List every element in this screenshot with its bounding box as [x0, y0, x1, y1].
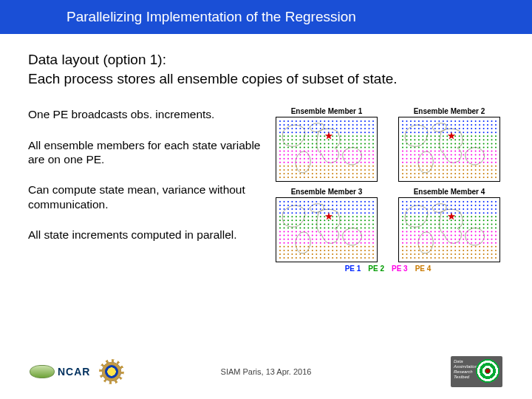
svg-point-458: [495, 128, 497, 129]
svg-point-506: [495, 136, 497, 137]
svg-point-323: [320, 169, 321, 171]
svg-point-338: [284, 173, 285, 174]
svg-point-952: [324, 228, 325, 229]
svg-point-378: [348, 177, 349, 178]
svg-point-551: [483, 143, 485, 145]
svg-point-530: [495, 140, 497, 141]
svg-point-972: [307, 231, 309, 233]
svg-point-82: [316, 132, 317, 133]
svg-point-451: [467, 128, 468, 129]
svg-point-110: [332, 136, 333, 137]
svg-point-44: [356, 124, 358, 126]
svg-point-312: [372, 166, 374, 167]
svg-point-236: [356, 154, 358, 156]
svg-point-185: [344, 147, 346, 149]
svg-point-1069: [312, 246, 313, 248]
svg-point-1189: [426, 205, 428, 206]
svg-point-200: [307, 151, 309, 152]
svg-point-421: [443, 124, 444, 126]
svg-point-1200: [471, 205, 472, 206]
svg-point-106: [316, 136, 317, 137]
svg-point-218: [284, 154, 285, 156]
svg-point-347: [320, 173, 321, 174]
svg-point-987: [369, 231, 370, 233]
svg-point-596: [471, 151, 472, 152]
svg-point-739: [467, 173, 468, 174]
svg-point-9: [312, 120, 313, 122]
svg-point-687: [451, 166, 452, 167]
svg-point-1521: [410, 257, 412, 259]
svg-point-1282: [414, 220, 415, 222]
svg-point-1505: [443, 253, 444, 255]
svg-point-1024: [324, 239, 325, 240]
svg-point-1327: [402, 228, 403, 229]
svg-point-383: [369, 177, 370, 178]
svg-point-526: [479, 140, 480, 141]
svg-point-408: [487, 120, 488, 122]
map-ensemble-3: [276, 197, 378, 262]
svg-point-332: [356, 169, 358, 171]
svg-point-361: [279, 177, 281, 178]
svg-point-288: [372, 162, 374, 163]
svg-point-928: [324, 224, 325, 225]
svg-point-1043: [304, 242, 305, 244]
svg-point-851: [304, 212, 305, 214]
svg-point-207: [336, 151, 338, 152]
svg-point-1007: [352, 235, 354, 236]
svg-point-1452: [422, 246, 423, 248]
ncar-logo-text: NCAR: [58, 366, 90, 378]
svg-point-788: [340, 201, 341, 202]
svg-point-1081: [361, 246, 362, 248]
svg-point-1301: [491, 220, 493, 222]
svg-point-1198: [463, 205, 464, 206]
svg-point-190: [364, 147, 366, 149]
svg-point-1154: [364, 257, 366, 259]
svg-point-1011: [369, 235, 370, 236]
svg-point-1111: [287, 253, 289, 255]
svg-point-29: [296, 124, 297, 126]
svg-point-7: [304, 120, 305, 122]
svg-point-1210: [414, 208, 415, 210]
svg-point-1334: [430, 228, 432, 229]
svg-point-398: [446, 120, 448, 122]
svg-point-611: [434, 154, 436, 156]
svg-point-215: [369, 151, 370, 152]
svg-point-590: [446, 151, 448, 152]
svg-point-583: [418, 151, 420, 152]
svg-point-1138: [299, 257, 301, 259]
svg-point-1113: [296, 253, 297, 255]
svg-point-363: [287, 177, 289, 178]
svg-point-1495: [402, 253, 403, 255]
svg-point-416: [422, 124, 423, 126]
svg-point-1316: [454, 224, 456, 225]
svg-point-1424: [406, 242, 408, 244]
svg-point-373: [328, 177, 330, 178]
svg-point-439: [418, 128, 420, 129]
svg-point-569: [459, 147, 460, 149]
svg-point-74: [284, 132, 285, 133]
svg-point-856: [324, 212, 325, 214]
svg-point-784: [324, 201, 325, 202]
svg-point-531: [402, 143, 403, 145]
svg-point-957: [344, 228, 346, 229]
svg-point-547: [467, 143, 468, 145]
slide-title: Parallelizing Implementation of the Regr…: [66, 9, 356, 25]
svg-point-21: [361, 120, 362, 122]
svg-point-1412: [454, 239, 456, 240]
svg-point-1389: [459, 235, 460, 236]
svg-point-644: [471, 158, 472, 160]
svg-point-647: [483, 158, 485, 160]
svg-point-366: [299, 177, 301, 178]
svg-point-365: [296, 177, 297, 178]
svg-point-230: [332, 154, 333, 156]
svg-point-104: [307, 136, 309, 137]
svg-point-454: [479, 128, 480, 129]
svg-point-1335: [434, 228, 436, 229]
svg-point-729: [426, 173, 428, 174]
svg-point-858: [332, 212, 333, 214]
svg-point-1068: [307, 246, 309, 248]
svg-point-708: [438, 169, 440, 171]
svg-point-757: [443, 177, 444, 178]
svg-point-490: [430, 136, 432, 137]
svg-point-3: [287, 120, 289, 122]
